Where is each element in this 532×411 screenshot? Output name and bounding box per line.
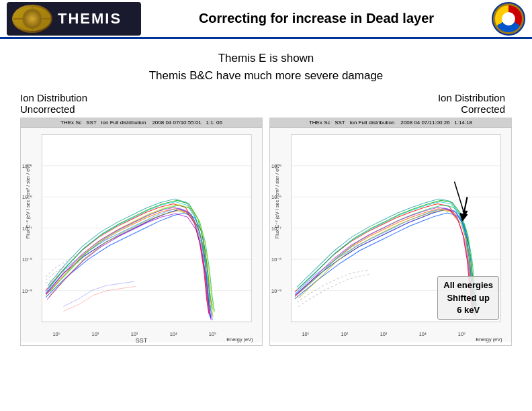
left-chart-bg: THEx Sc SST Ion Full distribution 2008 0…	[21, 118, 262, 345]
right-chart-title: THEx Sc SST Ion Full distribution 2008 0…	[270, 118, 511, 128]
svg-text:10⁻⁹: 10⁻⁹	[22, 288, 32, 294]
svg-text:10⁻⁹: 10⁻⁹	[271, 288, 281, 294]
header-emblem	[492, 2, 525, 36]
right-chart-container: THEx Sc SST Ion Full distribution 2008 0…	[269, 118, 512, 346]
svg-text:10⁻⁶: 10⁻⁶	[22, 194, 32, 200]
svg-text:10⁻⁵: 10⁻⁵	[22, 163, 32, 169]
annotation-box: All energies Shifted up 6 keV	[437, 276, 499, 320]
emblem-inner	[495, 5, 522, 32]
annotation-line3: 6 keV	[443, 304, 493, 316]
annotation-line1: All energies	[443, 279, 493, 291]
subtitle-line1: Themis E is shown	[20, 50, 512, 67]
corrected-label: Corrected	[266, 103, 505, 115]
svg-text:Energy (eV): Energy (eV)	[226, 336, 253, 342]
svg-text:10³: 10³	[131, 331, 138, 337]
svg-text:10⁴: 10⁴	[419, 331, 427, 337]
charts-area: THEx Sc SST Ion Full distribution 2008 0…	[20, 118, 512, 346]
left-labels: Ion Distribution Uncorrected	[20, 92, 259, 115]
right-ion-distribution-label: Ion Distribution	[266, 92, 505, 103]
svg-text:10²: 10²	[92, 331, 99, 337]
svg-text:10⁻⁷: 10⁻⁷	[22, 226, 32, 232]
logo-container: THEMIS	[7, 2, 141, 36]
svg-point-3	[29, 15, 36, 22]
svg-text:10⁻⁸: 10⁻⁸	[22, 257, 32, 263]
header: THEMIS Correcting for increase in Dead l…	[0, 0, 532, 39]
svg-text:10²: 10²	[341, 331, 349, 337]
svg-text:10³: 10³	[380, 331, 388, 337]
svg-text:10⁻⁵: 10⁻⁵	[271, 163, 281, 169]
right-labels: Ion Distribution Corrected	[266, 92, 512, 115]
col-headers: Ion Distribution Uncorrected Ion Distrib…	[20, 92, 512, 115]
subtitle-block: Themis E is shown Themis B&C have much m…	[20, 50, 512, 84]
svg-point-1	[22, 11, 42, 27]
left-ion-distribution-label: Ion Distribution	[20, 92, 259, 103]
svg-text:10⁻⁷: 10⁻⁷	[271, 226, 281, 232]
subtitle-line2: Themis B&C have much more severe damage	[20, 67, 512, 85]
logo-svg	[12, 5, 52, 33]
svg-text:10⁻⁶: 10⁻⁶	[271, 194, 281, 200]
left-chart-svg: Flux E⁻² (eV / sec / cm² / ster / eV) 10…	[21, 128, 262, 342]
left-chart-title: THEx Sc SST Ion Full distribution 2008 0…	[21, 118, 262, 128]
svg-text:10⁵: 10⁵	[458, 331, 466, 337]
logo-text: THEMIS	[58, 10, 122, 28]
left-sst-label: SST	[136, 337, 148, 344]
svg-text:Energy (eV): Energy (eV)	[476, 336, 502, 342]
header-title: Correcting for increase in Dead layer	[141, 11, 492, 26]
svg-text:10⁴: 10⁴	[170, 331, 177, 337]
svg-text:10⁻⁸: 10⁻⁸	[271, 257, 281, 263]
svg-text:10¹: 10¹	[302, 331, 310, 337]
uncorrected-label: Uncorrected	[20, 103, 259, 115]
svg-text:10¹: 10¹	[53, 331, 60, 337]
svg-point-2	[27, 14, 38, 24]
main-content: Themis E is shown Themis B&C have much m…	[0, 39, 532, 351]
svg-text:10⁵: 10⁵	[209, 331, 216, 337]
annotation-line2: Shifted up	[443, 292, 493, 304]
emblem-center	[502, 12, 515, 26]
logo-graphic	[12, 5, 52, 33]
left-chart-container: THEx Sc SST Ion Full distribution 2008 0…	[20, 118, 263, 346]
